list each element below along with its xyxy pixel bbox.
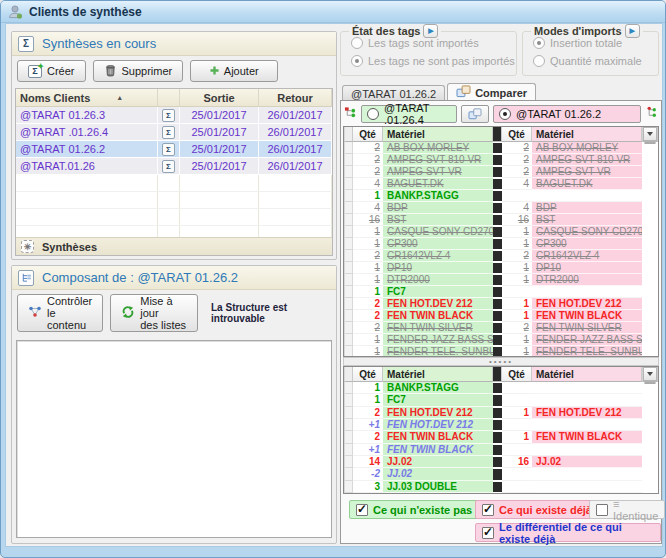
column-header-noms-clients[interactable]: Noms Clients ▲ xyxy=(16,89,158,106)
compare-row[interactable]: 2FEN TWIN BLACK1FEN TWIN BLACK xyxy=(344,310,658,322)
scrollbar[interactable] xyxy=(642,127,658,142)
row-header-cell[interactable] xyxy=(344,154,353,166)
client-row[interactable]: @TARAT .01.26.4Σ25/01/201726/01/2017 xyxy=(16,124,332,141)
tab-tarat[interactable]: @TARAT 01.26.2 xyxy=(342,85,445,101)
row-header-cell[interactable] xyxy=(344,444,353,456)
checkbox-icon[interactable] xyxy=(356,504,368,516)
scroll-down-button[interactable] xyxy=(643,367,657,381)
tab-comparer[interactable]: Comparer xyxy=(447,83,536,101)
compare-row[interactable]: 2AMPEG SVT VR2AMPEG SVT VR xyxy=(344,166,658,178)
imports-group-label: Modes d'imports ▶ xyxy=(531,24,643,38)
compare-row[interactable]: 1BANKP.STAGG xyxy=(344,382,658,394)
create-button[interactable]: Σ✦ Créer xyxy=(17,60,86,82)
delete-button[interactable]: Supprimer xyxy=(93,60,184,82)
compare-row[interactable]: +1FEN HOT.DEV 212 xyxy=(344,419,658,431)
compare-row[interactable]: 4BDP4BDP xyxy=(344,202,658,214)
scroll-down-button[interactable] xyxy=(643,127,657,141)
row-header-cell[interactable] xyxy=(344,214,353,226)
compare-row[interactable]: 2AB BOX MORLEY2AB BOX MORLEY xyxy=(344,142,658,154)
compare-row[interactable]: 1CASQUE SONY CD2701CASQUE SONY CD270 xyxy=(344,226,658,238)
row-header-cell[interactable] xyxy=(344,456,353,468)
compare-row[interactable]: 1DP101DP10 xyxy=(344,262,658,274)
compare-row[interactable]: 2FEN HOT.DEV 2121FEN HOT.DEV 212 xyxy=(344,298,658,310)
filter-not-existing[interactable]: Ce qui n'existe pas xyxy=(349,500,479,519)
scrollbar-thumb[interactable] xyxy=(644,142,656,144)
row-header-cell[interactable] xyxy=(344,226,353,238)
filter-differential[interactable]: Le différentiel de ce qui existe déjà xyxy=(475,523,661,542)
radio-icon[interactable] xyxy=(533,55,545,67)
compare-row[interactable]: 3JJ.03 DOUBLE xyxy=(344,481,658,493)
row-header-cell[interactable] xyxy=(344,298,353,310)
checkbox-icon[interactable] xyxy=(482,527,494,539)
row-header-cell[interactable] xyxy=(344,322,353,334)
client-row[interactable]: @TARAT 01.26.3Σ25/01/201726/01/2017 xyxy=(16,107,332,124)
filter-existing[interactable]: Ce qui existe déjà xyxy=(475,500,599,519)
scrollbar[interactable] xyxy=(642,367,658,382)
title-bar[interactable]: Clients de synthèse xyxy=(1,1,665,23)
column-header-retour[interactable]: Retour xyxy=(259,89,332,106)
checkbox-icon[interactable] xyxy=(482,504,494,516)
row-header-cell[interactable] xyxy=(344,286,353,298)
row-header-cell[interactable] xyxy=(344,346,353,357)
compare-row[interactable]: 1FC7 xyxy=(344,394,658,406)
row-header-cell[interactable] xyxy=(344,262,353,274)
row-header-cell[interactable] xyxy=(344,190,353,202)
radio-icon[interactable] xyxy=(367,108,379,120)
radio-icon[interactable] xyxy=(351,55,363,67)
row-header-cell[interactable] xyxy=(344,166,353,178)
compare-row[interactable]: 1BANKP.STAGG xyxy=(344,190,658,202)
row-header-cell[interactable] xyxy=(344,468,353,480)
compare-row[interactable]: 1CP3001CP300 xyxy=(344,238,658,250)
compare-row[interactable]: 2FEN HOT.DEV 2121FEN HOT.DEV 212 xyxy=(344,407,658,419)
checkbox-icon[interactable] xyxy=(596,504,608,516)
client-row[interactable]: @TARAT 01.26.2Σ25/01/201726/01/2017 xyxy=(16,141,332,158)
compare-row[interactable]: -2JJ.02 xyxy=(344,468,658,480)
column-header-sortie[interactable]: Sortie xyxy=(180,89,259,106)
filter-identical[interactable]: ≡ Identique xyxy=(589,500,665,519)
radio-icon[interactable] xyxy=(499,108,511,120)
row-header-cell[interactable] xyxy=(344,202,353,214)
compare-row[interactable]: 14JJ.0216JJ.02 xyxy=(344,456,658,468)
compare-row[interactable]: 2FEN TWIN SILVER2FEN TWIN SILVER xyxy=(344,322,658,334)
swap-compare-button[interactable] xyxy=(461,105,489,123)
compare-row[interactable]: 1FENDER JAZZ BASS SB1FENDER JAZZ BASS SB xyxy=(344,334,658,346)
add-button[interactable]: Ajouter xyxy=(190,60,278,82)
row-header-cell[interactable] xyxy=(344,250,353,262)
radio-icon[interactable] xyxy=(351,37,363,49)
check-content-button[interactable]: Contrôler le contenu xyxy=(17,294,103,332)
row-header-cell[interactable] xyxy=(344,178,353,190)
compare-row[interactable]: 1DTR20001DTR2000 xyxy=(344,274,658,286)
syntheses-footer[interactable]: ✳ Synthèses xyxy=(16,237,332,255)
row-header-cell[interactable] xyxy=(344,407,353,419)
row-header-cell[interactable] xyxy=(344,334,353,346)
compare-row[interactable]: 2AMPEG SVT 810 VR2AMPEG SVT 810 VR xyxy=(344,154,658,166)
row-header-cell[interactable] xyxy=(344,238,353,250)
compare-row[interactable]: 1FC7 xyxy=(344,286,658,298)
imports-option-quantite[interactable]: Quantité maximale xyxy=(533,53,658,68)
row-header-cell[interactable] xyxy=(344,142,353,154)
radio-icon[interactable] xyxy=(533,37,545,49)
row-header-cell[interactable] xyxy=(344,481,353,493)
compare-row[interactable]: 2CR1642VLZ 42CR1642VLZ 4 xyxy=(344,250,658,262)
row-header-cell[interactable] xyxy=(344,394,353,406)
left-client-selector[interactable]: @TARAT .01.26.4 xyxy=(361,105,457,123)
tags-option-not-imported[interactable]: Les tags ne sont pas importés xyxy=(351,53,516,68)
update-lists-button[interactable]: Mise à jour des listes xyxy=(110,294,198,332)
column-header-icon[interactable] xyxy=(158,89,180,106)
compare-row[interactable]: 16BST16BST xyxy=(344,214,658,226)
row-header-cell[interactable] xyxy=(344,310,353,322)
compare-row[interactable]: 2FEN TWIN BLACK1FEN TWIN BLACK xyxy=(344,431,658,443)
right-client-selector[interactable]: @TARAT 01.26.2 xyxy=(493,105,641,123)
row-header-cell[interactable] xyxy=(344,431,353,443)
imports-expand-button[interactable]: ▶ xyxy=(625,24,640,38)
row-header-cell[interactable] xyxy=(344,274,353,286)
compare-row[interactable]: 1FENDER TELE. SUNBURST1FENDER TELE. SUNB… xyxy=(344,346,658,357)
compare-row[interactable]: +1FEN TWIN BLACK xyxy=(344,444,658,456)
client-row[interactable]: @TARAT.01.26Σ25/01/201726/01/2017 xyxy=(16,158,332,175)
row-header-cell[interactable] xyxy=(344,382,353,394)
splitter-handle[interactable]: ••••• xyxy=(343,357,659,366)
tags-expand-button[interactable]: ▶ xyxy=(423,24,438,38)
scrollbar-thumb[interactable] xyxy=(644,382,656,384)
row-header-cell[interactable] xyxy=(344,419,353,431)
compare-row[interactable]: 4BAGUET.DK4BAGUET.DK xyxy=(344,178,658,190)
